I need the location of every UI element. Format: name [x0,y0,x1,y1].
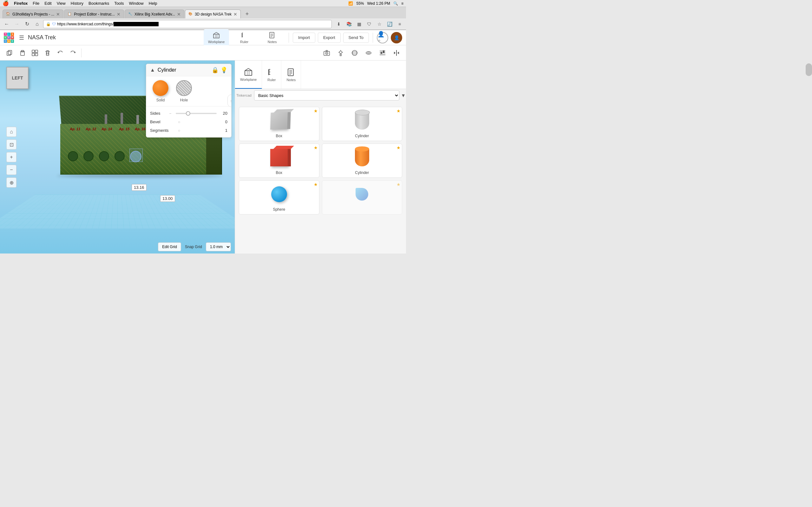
logo-cell-e: E [7,36,10,39]
back-button[interactable]: ← [3,20,11,28]
user-avatar[interactable]: 👤 [391,32,402,43]
tab-1-close[interactable]: ✕ [56,12,60,17]
new-tab-button[interactable]: + [243,9,252,18]
shape-item-sphere-blue[interactable]: ★ Sphere [239,180,319,215]
sphere-blue-star[interactable]: ★ [314,182,318,187]
browser-tab-1[interactable]: 🏠 G3holliday's Projects - ... ✕ [3,9,63,18]
tab-1-title: G3holliday's Projects - ... [12,12,54,16]
hole-preview [176,80,192,96]
menu-help[interactable]: Help [149,1,157,6]
panel-workplane-label: Workplane [240,78,257,81]
send-to-button[interactable]: Send To [343,33,369,43]
align-button[interactable] [377,47,388,59]
ruler-tool[interactable]: Ruler [232,29,257,46]
viewport[interactable]: ⌂ ⊡ + − ⊕ LEFT [0,60,235,253]
shape-item-box-grey[interactable]: ★ Box [239,107,319,141]
shield-button[interactable]: 🛡 [365,20,373,28]
snap-grid-select[interactable]: 1.0 mm 0.5 mm 2.0 mm [206,242,231,251]
lock-icon-button[interactable]: 🔒 [212,66,218,73]
menu-bookmarks[interactable]: Bookmarks [89,1,109,6]
collapse-panel-button[interactable]: ▲ [150,67,155,73]
reload-button[interactable]: ↻ [23,20,31,28]
browser-tab-3[interactable]: 🔧 Xilinx Big Xcellent Adv... ✕ [125,9,184,18]
shape-item-partial[interactable]: ★ [322,180,403,215]
menu-search[interactable]: 🔍 [393,1,398,6]
shape-item-cylinder-orange[interactable]: ★ Cylinder [322,144,403,178]
svg-rect-24 [32,50,35,53]
partial-preview [351,183,373,205]
downloads-button[interactable]: ⬇ [335,20,343,28]
library-dropdown-button[interactable]: ▾ [402,92,405,99]
sidebar-button[interactable]: ▦ [355,20,363,28]
tab-3-close[interactable]: ✕ [177,12,181,17]
shapes-library: ★ Box ★ Cylinder [235,103,406,253]
sphere-view-button[interactable] [349,47,360,59]
apple-menu[interactable]: 🍎 [3,0,9,6]
cylinder-orange-star[interactable]: ★ [397,145,401,150]
duplicate-icon [6,50,13,56]
bookmark-button[interactable]: ☆ [375,20,383,28]
browser-chrome: 🏠 G3holliday's Projects - ... ✕ 📋 Projec… [0,7,406,30]
sides-slider[interactable] [176,113,217,114]
mirror-button[interactable] [391,47,402,59]
logo-cell-d: D [11,40,14,43]
duplicate-button[interactable] [4,47,15,59]
tab-4-close[interactable]: ✕ [234,12,237,17]
sides-minus-icon: − [169,111,171,116]
group-button[interactable] [29,47,41,59]
panel-notes-tool[interactable]: Notes [281,60,301,89]
menu-file[interactable]: File [33,1,39,6]
add-collaborator-button[interactable]: 👤+ [377,32,388,43]
library-button[interactable]: 📚 [345,20,353,28]
nav-perspective-button[interactable]: ⊕ [6,177,16,187]
light-button[interactable] [335,47,346,59]
library-category-select[interactable]: Basic Shapes Featured Letters [254,90,399,101]
undo-button[interactable] [55,47,66,59]
nav-home-button[interactable]: ⌂ [6,127,16,137]
menu-history[interactable]: History [71,1,84,6]
box-red-star[interactable]: ★ [314,145,318,150]
solid-type-option[interactable]: Solid [153,80,168,102]
block-shadow [57,174,222,178]
paste-button[interactable] [16,47,28,59]
menu-firefox[interactable]: Firefox [14,1,28,6]
shape-light-button[interactable]: 💡 [220,66,227,73]
view-camera-button[interactable] [321,47,333,59]
shape-item-cylinder-grey[interactable]: ★ Cylinder [322,107,403,141]
box-grey-star[interactable]: ★ [314,108,318,113]
menu-tools[interactable]: Tools [114,1,124,6]
export-button[interactable]: Export [318,33,341,43]
sync-button[interactable]: 🔄 [386,20,393,28]
menu-control-strip: ≡ [401,1,403,6]
home-button[interactable]: ⌂ [33,20,41,28]
menu-button[interactable]: ≡ [396,20,403,28]
delete-button[interactable] [42,47,53,59]
panel-ruler-tool[interactable]: Ruler [262,60,281,89]
shape-item-box-red[interactable]: ★ Box [239,144,319,178]
browser-nav-icons: ⬇ 📚 ▦ 🛡 ☆ 🔄 ≡ [335,20,403,28]
hamburger-menu[interactable]: ☰ [19,34,24,41]
browser-tab-2[interactable]: 📋 Project Editor - Instruc... ✕ [64,9,124,18]
menu-view[interactable]: View [57,1,66,6]
svg-rect-47 [383,50,385,53]
workplane-tool[interactable]: Workplane [204,29,229,46]
nav-zoom-in-button[interactable]: + [6,152,16,162]
import-button[interactable]: Import [293,33,315,43]
nav-fit-button[interactable]: ⊡ [6,139,16,150]
redo-button[interactable] [67,47,79,59]
menu-edit[interactable]: Edit [44,1,51,6]
menu-window[interactable]: Window [129,1,144,6]
edit-grid-button[interactable]: Edit Grid [158,242,181,251]
nav-zoom-out-button[interactable]: − [6,165,16,175]
address-url[interactable]: https://www.tinkercad.com/things/███████… [57,22,329,26]
address-bar[interactable]: 🔒 🛡 https://www.tinkercad.com/things/███… [43,20,332,28]
expand-panel-button[interactable]: › [227,95,232,107]
cylinder-grey-star[interactable]: ★ [397,108,401,113]
panel-workplane-tool[interactable]: Workplane [235,60,262,89]
hole-type-option[interactable]: Hole [176,80,192,102]
browser-tab-4[interactable]: 🎨 3D design NASA Trek ✕ [185,9,241,18]
forward-button[interactable]: → [13,20,21,28]
notes-tool[interactable]: Notes [259,29,285,46]
ring-view-button[interactable] [363,47,374,59]
tab-2-close[interactable]: ✕ [117,12,120,17]
